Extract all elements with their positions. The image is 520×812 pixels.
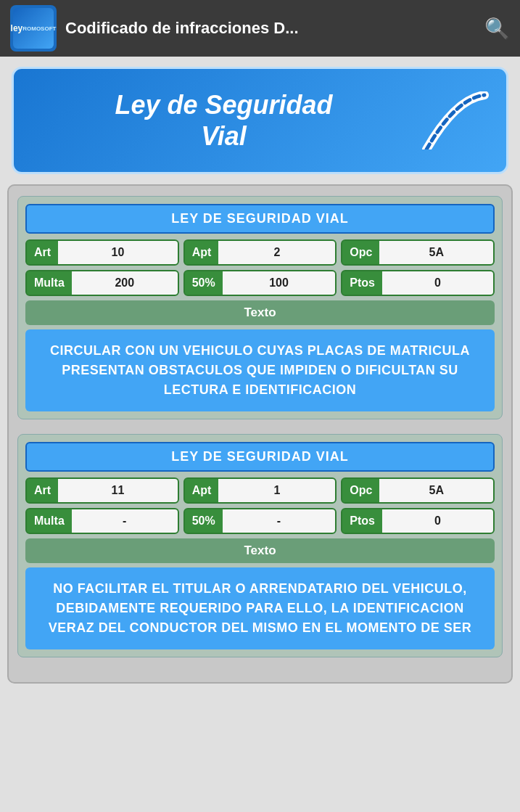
pct-label-2: 50% (185, 509, 223, 533)
apt-label-2: Apt (185, 479, 219, 502)
multa-value-2: - (72, 509, 178, 533)
section-header-1: LEY DE SEGURIDAD VIAL (25, 204, 495, 234)
texto-body-1: CIRCULAR CON UN VEHICULO CUYAS PLACAS DE… (25, 329, 495, 411)
pct-field-2: 50% - (183, 508, 337, 534)
opc-label-1: Opc (342, 241, 379, 264)
road-icon (419, 91, 492, 149)
opc-value-1: 5A (379, 241, 493, 264)
opc-label-2: Opc (342, 479, 379, 502)
pct-value-2: - (223, 509, 336, 533)
apt-value-1: 2 (218, 241, 335, 264)
fields-row-2-top: Art 11 Apt 1 Opc 5A (25, 477, 495, 504)
infraction-block-2: LEY DE SEGURIDAD VIAL Art 11 Apt 1 Opc 5… (17, 434, 503, 657)
infraction-block-1: LEY DE SEGURIDAD VIAL Art 10 Apt 2 Opc 5… (17, 196, 503, 419)
opc-field-1: Opc 5A (341, 239, 495, 266)
multa-label-2: Multa (27, 509, 72, 533)
multa-field-1: Multa 200 (25, 270, 179, 296)
apt-value-2: 1 (218, 479, 335, 502)
pct-label-1: 50% (185, 271, 223, 295)
banner: Ley de Seguridad Vial (12, 67, 508, 174)
top-bar-left: ley ROMOSOFT Codificado de infracciones … (10, 5, 299, 52)
apt-label-1: Apt (185, 241, 219, 264)
art-field-1: Art 10 (25, 239, 179, 266)
app-title: Codificado de infracciones D... (65, 19, 299, 38)
content-card: LEY DE SEGURIDAD VIAL Art 10 Apt 2 Opc 5… (7, 184, 513, 684)
texto-header-2: Texto (25, 538, 495, 563)
pct-field-1: 50% 100 (183, 270, 337, 296)
fields-row-1-top: Art 10 Apt 2 Opc 5A (25, 239, 495, 266)
ptos-value-1: 0 (382, 271, 493, 295)
fields-row-1-bottom: Multa 200 50% 100 Ptos 0 (25, 270, 495, 296)
ptos-label-2: Ptos (342, 509, 382, 533)
art-field-2: Art 11 (25, 477, 179, 504)
texto-body-2: NO FACILITAR EL TITULAR O ARRENDATARIO D… (25, 567, 495, 649)
ptos-value-2: 0 (382, 509, 493, 533)
art-label-1: Art (27, 241, 58, 264)
ptos-label-1: Ptos (342, 271, 382, 295)
top-bar: ley ROMOSOFT Codificado de infracciones … (0, 0, 520, 57)
app-logo: ley ROMOSOFT (10, 5, 57, 52)
search-icon[interactable]: 🔍 (484, 17, 510, 41)
apt-field-2: Apt 1 (183, 477, 337, 504)
art-value-2: 11 (58, 479, 178, 502)
fields-row-2-bottom: Multa - 50% - Ptos 0 (25, 508, 495, 534)
banner-text: Ley de Seguridad Vial (28, 89, 419, 152)
ptos-field-2: Ptos 0 (341, 508, 495, 534)
multa-label-1: Multa (27, 271, 72, 295)
opc-field-2: Opc 5A (341, 477, 495, 504)
ptos-field-1: Ptos 0 (341, 270, 495, 296)
multa-value-1: 200 (72, 271, 178, 295)
opc-value-2: 5A (379, 479, 493, 502)
texto-header-1: Texto (25, 300, 495, 325)
apt-field-1: Apt 2 (183, 239, 337, 266)
section-header-2: LEY DE SEGURIDAD VIAL (25, 442, 495, 472)
art-label-2: Art (27, 479, 58, 502)
logo-image: ley ROMOSOFT (13, 8, 54, 49)
pct-value-1: 100 (223, 271, 336, 295)
multa-field-2: Multa - (25, 508, 179, 534)
art-value-1: 10 (58, 241, 178, 264)
